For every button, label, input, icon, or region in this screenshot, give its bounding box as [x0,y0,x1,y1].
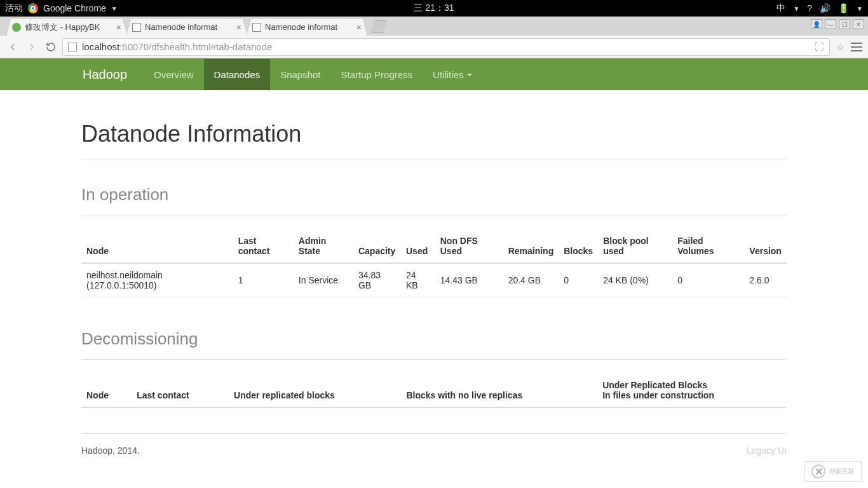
section-divider [81,359,787,360]
new-tab-button[interactable] [370,20,387,33]
volume-icon[interactable]: 🔊 [820,3,831,13]
activities-label[interactable]: 活动 [5,3,23,14]
dropdown-caret-icon [467,74,472,76]
bookmark-star-icon[interactable]: ☆ [834,41,846,53]
footer-left: Hadoop, 2014. [81,445,140,456]
section-divider [81,215,787,215]
nav-datanodes[interactable]: Datanodes [204,59,271,90]
nav-utilities[interactable]: Utilities [423,59,482,90]
table-cell: 0 [559,263,598,297]
watermark-text: 创新互联 [829,467,855,476]
forward-button[interactable] [24,39,39,55]
table-cell: 24 KB (0%) [598,263,672,297]
active-app-name[interactable]: Google Chrome [43,3,106,13]
section-decommissioning: Decomissioning [81,329,787,349]
menu-button[interactable] [850,41,863,53]
nav-snapshot[interactable]: Snapshot [270,59,330,90]
app-menu-caret-icon: ▼ [111,5,118,12]
page-footer: Hadoop, 2014. Legacy UI [81,433,787,467]
user-icon[interactable]: 👤 [811,19,822,29]
column-header: Under Replicated Blocks In files under c… [597,374,787,407]
browser-tab[interactable]: 修改博文 - HappyBK × [6,18,127,36]
chrome-icon [28,3,38,13]
clock[interactable]: 三 21：31 [414,3,454,14]
brand[interactable]: Hadoop [71,59,139,90]
maximize-button[interactable]: ☐ [839,19,850,29]
tab-title: Namenode informat [145,22,233,32]
favicon-icon [132,23,141,32]
table-cell: 14.43 GB [435,263,503,297]
table-row: neilhost.neildomain (127.0.0.1:50010)1In… [81,263,787,297]
page-title: Datanode Information [81,121,787,147]
reload-button[interactable] [43,39,58,55]
ime-indicator[interactable]: 中 [776,3,785,14]
close-tab-icon[interactable]: × [236,23,241,32]
favicon-icon [252,23,261,32]
table-cell: neilhost.neildomain (127.0.0.1:50010) [81,263,233,297]
column-header: Admin State [294,229,353,263]
page-container: Datanode Information In operation NodeLa… [72,121,796,467]
browser-tab[interactable]: Namenode informat × [126,18,247,36]
decommissioning-table: NodeLast contactUnder replicated blocksB… [81,374,787,408]
table-cell: In Service [294,263,353,297]
legacy-ui-link[interactable]: Legacy UI [747,445,787,456]
nav-utilities-label: Utilities [433,69,463,80]
tab-title: 修改博文 - HappyBK [25,22,112,33]
close-tab-icon[interactable]: × [356,23,362,32]
system-caret-icon[interactable]: ▼ [857,5,863,12]
browser-toolbar: localhost:50070/dfshealth.html#tab-datan… [0,36,868,58]
column-header: Block pool used [598,229,672,263]
minimize-button[interactable]: — [825,19,836,29]
in-operation-table: NodeLast contactAdmin StateCapacityUsedN… [81,229,787,297]
back-button[interactable] [5,39,20,55]
column-header: Capacity [353,229,401,263]
url-host: localhost [82,41,119,52]
close-tab-icon[interactable]: × [116,23,121,32]
ime-caret-icon: ▼ [793,5,799,12]
close-window-button[interactable]: × [853,19,864,29]
help-icon[interactable]: ? [807,3,812,13]
column-header: Non DFS Used [435,229,503,263]
column-header: Version [744,229,787,263]
column-header: Used [401,229,435,263]
column-header: Blocks [559,229,598,263]
column-header: Failed Volumes [672,229,744,263]
browser-tab[interactable]: Namenode informat × [247,18,367,36]
table-cell: 1 [233,263,294,297]
column-header: Under replicated blocks [229,374,401,407]
address-bar[interactable]: localhost:50070/dfshealth.html#tab-datan… [62,38,830,56]
battery-icon[interactable]: 🔋 [838,3,849,13]
column-header: Node [81,229,233,263]
nav-overview[interactable]: Overview [144,59,204,90]
watermark-logo-icon: ✕ [811,464,825,478]
os-menu-bar: 活动 Google Chrome ▼ 三 21：31 中▼ ? 🔊 🔋 ▼ [0,0,868,17]
browser-tab-strip: 修改博文 - HappyBK × Namenode informat × Nam… [0,17,868,36]
title-divider [81,159,787,159]
translate-icon[interactable]: ⛶ [815,41,824,52]
watermark: ✕ 创新互联 [804,461,862,482]
nav-startup-progress[interactable]: Startup Progress [331,59,423,90]
column-header: Node [81,374,132,407]
app-navbar: Hadoop Overview Datanodes Snapshot Start… [0,58,868,90]
page-icon [68,43,77,51]
favicon-icon [12,23,21,32]
column-header: Last contact [132,374,229,407]
table-cell: 2.6.0 [744,263,787,297]
tab-title: Namenode informat [265,22,353,32]
section-in-operation: In operation [81,185,787,205]
table-cell: 0 [672,263,744,297]
table-cell: 20.4 GB [503,263,559,297]
column-header: Remaining [503,229,559,263]
url-path: :50070/dfshealth.html#tab-datanode [119,41,272,52]
column-header: Last contact [233,229,294,263]
table-cell: 34.83 GB [353,263,401,297]
column-header: Blocks with no live replicas [401,374,597,407]
table-cell: 24 KB [401,263,435,297]
